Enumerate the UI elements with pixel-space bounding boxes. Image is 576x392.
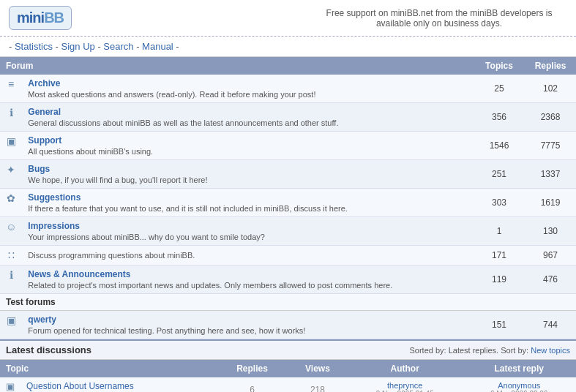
forum-icon-cell: ∷	[0, 246, 22, 265]
forum-name-link[interactable]: Suggestions	[28, 192, 81, 203]
forum-replies-count: 967	[525, 246, 576, 265]
forum-icon-cell: ℹ	[0, 265, 22, 294]
forum-info-cell: Discuss programming questions about mini…	[22, 246, 474, 265]
forum-icon: ☺	[6, 221, 16, 233]
col-forum: Forum	[0, 57, 474, 75]
forum-icon-cell: ☺	[0, 217, 22, 246]
forum-name-link[interactable]: Bugs	[28, 164, 50, 174]
nav-signup[interactable]: Sign Up	[61, 41, 95, 52]
disc-icon: ▣	[6, 381, 15, 392]
discussions-table: Topic Replies Views Author Latest reply …	[0, 360, 576, 392]
forum-table: Forum Topics Replies ≡ Archive Most aske…	[0, 57, 576, 339]
forum-topics-count: 25	[474, 75, 525, 103]
forum-description: We hope, if you will find a bug, you'll …	[28, 176, 468, 184]
forum-topics-count: 1546	[474, 132, 525, 160]
forum-description: General discussions about miniBB as well…	[28, 118, 468, 127]
header-support-text: Free support on miniBB.net from the mini…	[311, 8, 567, 29]
forum-description: Discuss programming questions about mini…	[28, 251, 468, 260]
navbar: - Statistics - Sign Up - Search - Manual…	[0, 37, 576, 57]
sort-label: Sort by:	[501, 346, 528, 355]
disc-col-replies: Replies	[217, 360, 288, 377]
disc-views-cell: 218	[288, 377, 348, 392]
forum-name-link[interactable]: News & Announcements	[28, 269, 130, 279]
forum-name-link[interactable]: Impressions	[28, 221, 80, 231]
forum-row: ∷ Discuss programming questions about mi…	[0, 246, 576, 265]
forum-replies-count: 1337	[525, 160, 576, 189]
logo: miniBB	[9, 6, 72, 30]
forum-row: ✦ Bugs We hope, if you will find a bug, …	[0, 160, 576, 189]
forum-description: Your impressions about miniBB... why do …	[28, 233, 468, 241]
logo-image: miniBB	[9, 6, 72, 30]
test-section-label: Test forums	[0, 294, 576, 311]
forum-name-link[interactable]: Archive	[28, 78, 60, 88]
forum-icon: ▣	[7, 135, 16, 147]
test-forum-row: ▣ qwerty Forum opened for technical test…	[0, 311, 576, 339]
forum-info-cell: Archive Most asked questions and answers…	[22, 75, 474, 103]
forum-replies-count: 476	[525, 265, 576, 294]
forum-icon: ≡	[8, 78, 14, 90]
disc-latest-name: Anonymous	[498, 381, 540, 390]
test-forum-topics-count: 151	[474, 311, 525, 339]
forum-icon-cell: ✿	[0, 189, 22, 217]
forum-replies-count: 2368	[525, 103, 576, 132]
test-forum-replies-count: 744	[525, 311, 576, 339]
forum-description: All questions about miniBB's using.	[28, 147, 468, 156]
forum-name-link[interactable]: Support	[28, 135, 61, 146]
test-forum-icon: ▣	[7, 314, 16, 326]
forum-icon: ℹ	[10, 107, 13, 118]
forum-topics-count: 251	[474, 160, 525, 189]
latest-discussions-title: Latest discussions	[6, 344, 91, 355]
test-forum-icon-cell: ▣	[0, 311, 22, 339]
forum-name-link[interactable]: General	[28, 107, 61, 117]
forum-row: ☺ Impressions Your impressions about min…	[0, 217, 576, 246]
forum-info-cell: Bugs We hope, if you will find a bug, yo…	[22, 160, 474, 189]
sort-new-topics-link[interactable]: New topics	[531, 346, 570, 355]
disc-col-views: Views	[288, 360, 348, 377]
site-header: miniBB Free support on miniBB.net from t…	[0, 0, 576, 37]
forum-icon: ℹ	[10, 269, 13, 281]
forum-row: ≡ Archive Most asked questions and answe…	[0, 75, 576, 103]
forum-row: ✿ Suggestions If there a feature that yo…	[0, 189, 576, 217]
disc-icon-cell: ▣	[0, 377, 20, 392]
forum-replies-count: 102	[525, 75, 576, 103]
disc-col-latest: Latest reply	[462, 360, 576, 377]
latest-sort: Sorted by: Latest replies. Sort by: New …	[409, 346, 570, 355]
nav-search[interactable]: Search	[103, 41, 133, 52]
forum-icon-cell: ✦	[0, 160, 22, 189]
latest-discussions-header: Latest discussions Sorted by: Latest rep…	[0, 339, 576, 360]
test-forum-info-cell: qwerty Forum opened for technical testin…	[22, 311, 474, 339]
nav-manual[interactable]: Manual	[142, 41, 173, 52]
disc-col-author: Author	[348, 360, 462, 377]
forum-row: ℹ News & Announcements Related to projec…	[0, 265, 576, 294]
nav-statistics[interactable]: Statistics	[15, 41, 53, 52]
forum-topics-count: 303	[474, 189, 525, 217]
forum-icon-cell: ℹ	[0, 103, 22, 132]
forum-icon-cell: ▣	[0, 132, 22, 160]
forum-info-cell: General General discussions about miniBB…	[22, 103, 474, 132]
forum-icon: ✿	[7, 192, 15, 204]
forum-topics-count: 171	[474, 246, 525, 265]
test-forum-name-link[interactable]: qwerty	[28, 314, 56, 325]
forum-description: If there a feature that you want to use,…	[28, 204, 468, 213]
col-replies: Replies	[525, 57, 576, 75]
forum-icon: ✦	[7, 164, 15, 176]
col-topics: Topics	[474, 57, 525, 75]
disc-latest-cell: Anonymous 6 Mar 2006 22:06	[462, 377, 576, 392]
forum-row: ℹ General General discussions about mini…	[0, 103, 576, 132]
forum-topics-count: 1	[474, 217, 525, 246]
forum-topics-count: 356	[474, 103, 525, 132]
test-forum-description: Forum opened for technical testing. Post…	[28, 326, 468, 335]
forum-info-cell: Suggestions If there a feature that you …	[22, 189, 474, 217]
forum-info-cell: Impressions Your impressions about miniB…	[22, 217, 474, 246]
forum-topics-count: 119	[474, 265, 525, 294]
disc-topic-link[interactable]: Question About Usernames	[26, 381, 134, 391]
test-section-header: Test forums	[0, 294, 576, 311]
disc-topic-cell: Question About Usernames	[20, 377, 217, 392]
forum-info-cell: News & Announcements Related to project'…	[22, 265, 474, 294]
forum-icon-cell: ≡	[0, 75, 22, 103]
forum-replies-count: 130	[525, 217, 576, 246]
forum-row: ▣ Support All questions about miniBB's u…	[0, 132, 576, 160]
discussion-row: ▣ Question About Usernames 6 218 thepryn…	[0, 377, 576, 392]
disc-replies-cell: 6	[217, 377, 288, 392]
forum-replies-count: 1619	[525, 189, 576, 217]
